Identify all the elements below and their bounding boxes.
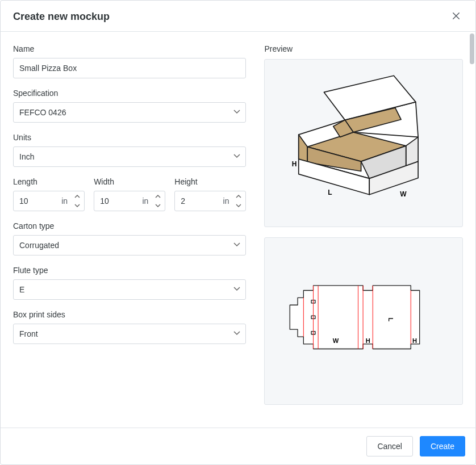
flat-h2-label: H: [412, 337, 417, 344]
width-group: Width in: [94, 177, 165, 211]
iso-h-label: H: [292, 160, 297, 168]
caret-down-icon: [74, 202, 80, 210]
print-sides-value: Front: [19, 329, 38, 338]
close-button[interactable]: [449, 10, 463, 23]
preview-column: Preview: [264, 44, 463, 415]
width-step-down[interactable]: [152, 201, 164, 210]
dialog-footer: Cancel Create: [1, 428, 475, 464]
caret-up-icon: [74, 192, 80, 201]
box-dieline-icon: W H L H: [284, 266, 443, 376]
caret-up-icon: [236, 192, 241, 201]
flute-type-group: Flute type E: [13, 266, 246, 300]
units-select[interactable]: Inch: [13, 146, 246, 167]
dialog-title: Create new mockup: [13, 11, 110, 23]
iso-l-label: L: [328, 188, 332, 196]
carton-type-group: Carton type Corrugated: [13, 221, 246, 255]
width-label: Width: [94, 177, 165, 186]
height-step-up[interactable]: [232, 192, 245, 201]
flat-w-label: W: [333, 337, 339, 344]
name-label: Name: [13, 44, 246, 53]
preview-label: Preview: [264, 44, 463, 53]
width-stepper: [152, 192, 164, 210]
specification-label: Specification: [13, 89, 246, 98]
preview-iso-box: H L W: [264, 59, 463, 227]
cancel-button[interactable]: Cancel: [366, 436, 413, 456]
dialog-header: Create new mockup: [1, 1, 475, 32]
carton-type-value: Corrugated: [19, 241, 59, 250]
caret-down-icon: [236, 202, 241, 210]
print-sides-group: Box print sides Front: [13, 310, 246, 344]
specification-group: Specification FEFCO 0426: [13, 89, 246, 123]
create-button[interactable]: Create: [420, 436, 465, 456]
form-column: Name Specification FEFCO 0426 Units: [13, 44, 246, 415]
preview-dieline-box: W H L H: [264, 237, 463, 405]
name-group: Name: [13, 44, 246, 78]
flute-type-label: Flute type: [13, 266, 246, 275]
create-mockup-dialog: Create new mockup Name Specification FEF…: [0, 0, 476, 465]
flute-type-select[interactable]: E: [13, 279, 246, 300]
height-step-down[interactable]: [232, 201, 245, 210]
scrollbar[interactable]: [469, 32, 475, 428]
caret-down-icon: [155, 202, 161, 210]
specification-value: FEFCO 0426: [19, 108, 66, 117]
carton-type-select[interactable]: Corrugated: [13, 235, 246, 255]
flat-h1-label: H: [366, 337, 370, 344]
dialog-body: Name Specification FEFCO 0426 Units: [1, 32, 475, 428]
height-stepper: [232, 192, 245, 210]
length-step-down[interactable]: [71, 201, 83, 210]
flat-l-label: L: [387, 318, 394, 322]
units-group: Units Inch: [13, 133, 246, 167]
length-label: Length: [13, 177, 85, 186]
units-value: Inch: [19, 152, 34, 161]
name-input[interactable]: [13, 58, 246, 78]
length-group: Length in: [13, 177, 85, 211]
height-label: Height: [174, 177, 246, 186]
units-label: Units: [13, 133, 246, 142]
flute-type-value: E: [19, 285, 24, 294]
height-group: Height in: [174, 177, 246, 211]
specification-select[interactable]: FEFCO 0426: [13, 102, 246, 123]
iso-w-label: W: [400, 190, 407, 198]
close-icon: [451, 11, 461, 23]
carton-type-label: Carton type: [13, 221, 246, 231]
dimensions-row: Length in Width in: [13, 177, 246, 211]
caret-up-icon: [155, 192, 161, 201]
length-stepper: [71, 192, 83, 210]
box-3d-icon: H L W: [284, 68, 443, 218]
print-sides-select[interactable]: Front: [13, 324, 246, 344]
print-sides-label: Box print sides: [13, 310, 246, 319]
length-step-up[interactable]: [71, 192, 83, 201]
width-step-up[interactable]: [152, 192, 164, 201]
